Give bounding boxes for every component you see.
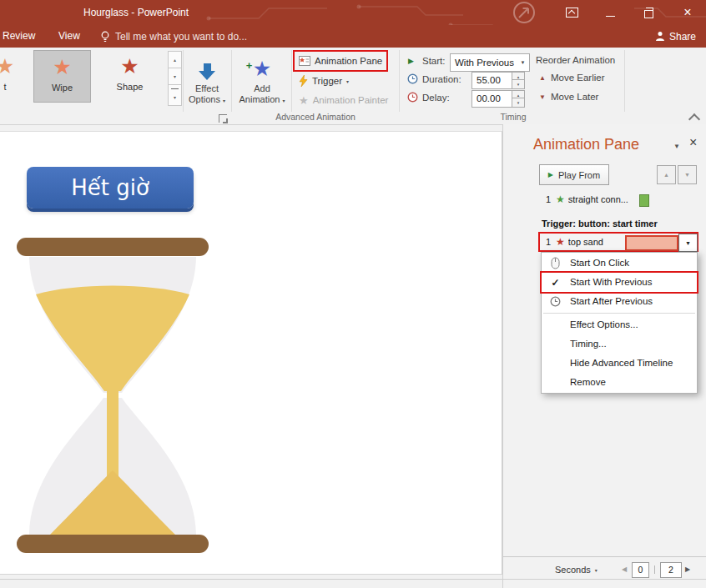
ribbon-display-options-button[interactable] (557, 0, 586, 25)
trigger-label: Trigger (312, 76, 342, 86)
gallery-item-label: t (3, 82, 6, 92)
slide-canvas[interactable]: Hết giờ (0, 131, 502, 575)
add-animation-label-1: Add (235, 83, 289, 94)
reorder-up-button[interactable]: ▲ (657, 165, 676, 184)
close-icon: × (683, 5, 691, 20)
add-animation-star-icon: ★+ (253, 57, 271, 80)
minimize-button[interactable] (596, 0, 624, 25)
down-arrow-icon: ▾ (517, 100, 520, 105)
star-icon: ★ (556, 236, 565, 248)
play-from-label: Play From (558, 170, 600, 180)
chevron-down-icon: ▾ (282, 98, 285, 103)
play-icon: ▶ (548, 171, 553, 178)
hourglass-graphic[interactable] (8, 234, 217, 560)
delay-spin-down-button[interactable]: ▾ (512, 98, 525, 108)
move-earlier-button[interactable]: ▲ Move Earlier (539, 73, 604, 83)
start-label: Start: (422, 56, 445, 66)
menu-item-hide-advanced-timeline[interactable]: Hide Advanced Timeline (542, 354, 697, 373)
person-icon (655, 31, 665, 42)
animation-pane-label: Animation Pane (315, 56, 382, 66)
chevron-down-icon: ▾ (595, 567, 598, 573)
pane-close-icon[interactable]: × (689, 135, 697, 150)
tell-me-text: Tell me what you want to do... (115, 31, 247, 43)
move-earlier-label: Move Earlier (551, 73, 605, 83)
menu-item-start-after-previous[interactable]: Start After Previous (542, 292, 697, 311)
trigger-group-heading: Trigger: button: start timer (542, 219, 658, 229)
gallery-item-partial[interactable]: ★ t (0, 50, 35, 101)
duration-spin-down-button[interactable]: ▾ (512, 79, 525, 89)
item-number: 1 (546, 194, 552, 204)
tab-review[interactable]: Review (3, 25, 35, 48)
mouse-icon (548, 256, 562, 270)
timeline-end-value[interactable]: 2 (660, 562, 682, 578)
item-dropdown-button[interactable]: ▼ (678, 234, 698, 252)
hourglass-bottom-bar (17, 535, 209, 553)
tell-me-box[interactable]: Tell me what you want to do... (100, 25, 247, 48)
chevron-down-icon: ▾ (223, 98, 225, 103)
ribbon-separator (291, 50, 292, 112)
minimize-icon (606, 16, 615, 17)
timeline-start-value[interactable]: 0 (632, 562, 649, 578)
gallery-more-button[interactable]: ▾ (168, 84, 182, 106)
pane-menu-dropdown-icon[interactable]: ▼ (673, 143, 680, 150)
animation-painter-icon: ★ (299, 94, 309, 107)
hourglass-top-bar (17, 238, 209, 256)
close-button[interactable]: × (669, 0, 706, 25)
lightbulb-icon (100, 31, 110, 43)
reorder-down-button[interactable]: ▼ (678, 165, 697, 184)
menu-item-remove[interactable]: Remove (542, 373, 697, 392)
ribbon-tabs-bar: Review View Tell me what you want to do.… (0, 25, 706, 48)
play-from-button[interactable]: ▶ Play From (539, 164, 609, 185)
menu-item-timing[interactable]: Timing... (542, 334, 697, 354)
duration-label: Duration: (422, 74, 461, 84)
start-dropdown[interactable]: With Previous ▼ (450, 53, 530, 72)
share-label: Share (669, 31, 696, 43)
duration-input[interactable]: 55.00 (472, 72, 517, 89)
animation-list-item-selected[interactable]: 1 ★ top sand ▼ (540, 234, 697, 250)
share-button[interactable]: Share (655, 25, 696, 48)
move-later-button[interactable]: ▼ Move Later (539, 92, 598, 102)
more-icon: ▾ (174, 94, 176, 100)
powerpoint-window: Hourglass - PowerPoint × (0, 0, 706, 588)
plus-icon: + (246, 54, 253, 78)
group-label-advanced-animation: Advanced Animation (239, 112, 392, 122)
timeline-bar[interactable] (639, 194, 649, 207)
check-icon: ✓ (548, 275, 562, 289)
gallery-item-wipe[interactable]: ★ Wipe (33, 50, 91, 103)
tab-view[interactable]: View (58, 25, 80, 48)
timeline-right-arrow[interactable]: ▶ (685, 565, 690, 573)
gallery-scroll-down-button[interactable]: ▾ (168, 68, 182, 85)
gallery-item-label: Shape (117, 82, 144, 92)
chevron-down-icon: ▾ (346, 78, 349, 84)
gallery-scroll-up-button[interactable]: ▴ (168, 51, 182, 68)
item-label: top sand (568, 237, 603, 247)
effect-options-button[interactable]: Effect Options ▾ (184, 50, 229, 122)
lightning-icon (299, 75, 308, 87)
dialog-launcher-icon[interactable] (219, 114, 227, 123)
menu-item-start-on-click[interactable]: Start On Click (542, 254, 697, 273)
animation-pane-button[interactable]: Animation Pane (295, 52, 386, 70)
delay-input[interactable]: 00.00 (472, 90, 517, 108)
menu-item-start-with-previous[interactable]: ✓ Start With Previous (542, 273, 697, 292)
restore-icon (644, 10, 653, 18)
star-icon: ★ (556, 193, 565, 205)
restore-button[interactable] (634, 0, 663, 25)
timeline-left-arrow[interactable]: ◀ (622, 565, 627, 573)
clock-icon (548, 294, 562, 309)
delay-label: Delay: (422, 93, 450, 103)
status-bar-divider (0, 579, 706, 580)
effect-options-label-2: Options (189, 94, 220, 104)
timeline-bar[interactable] (625, 235, 678, 251)
ribbon: ★ t ★ Wipe ★ Shape ▴ ▾ ▾ Effect (0, 48, 706, 125)
trigger-button[interactable]: Trigger ▾ (295, 72, 353, 90)
context-menu: Start On Click ✓ Start With Previous Sta… (541, 252, 698, 394)
menu-item-effect-options[interactable]: Effect Options... (542, 315, 697, 334)
gallery-item-shape[interactable]: ★ Shape (102, 50, 158, 101)
down-arrow-icon: ▾ (517, 82, 520, 87)
star-icon: ★ (34, 51, 90, 83)
timer-button-shape[interactable]: Hết giờ (27, 167, 194, 209)
animation-list-item[interactable]: 1 ★ straight conn... (540, 191, 697, 208)
animation-painter-button[interactable]: ★ Animation Painter (295, 91, 392, 109)
collapse-ribbon-icon[interactable] (688, 113, 700, 125)
seconds-dropdown[interactable]: Seconds ▾ (555, 565, 598, 575)
